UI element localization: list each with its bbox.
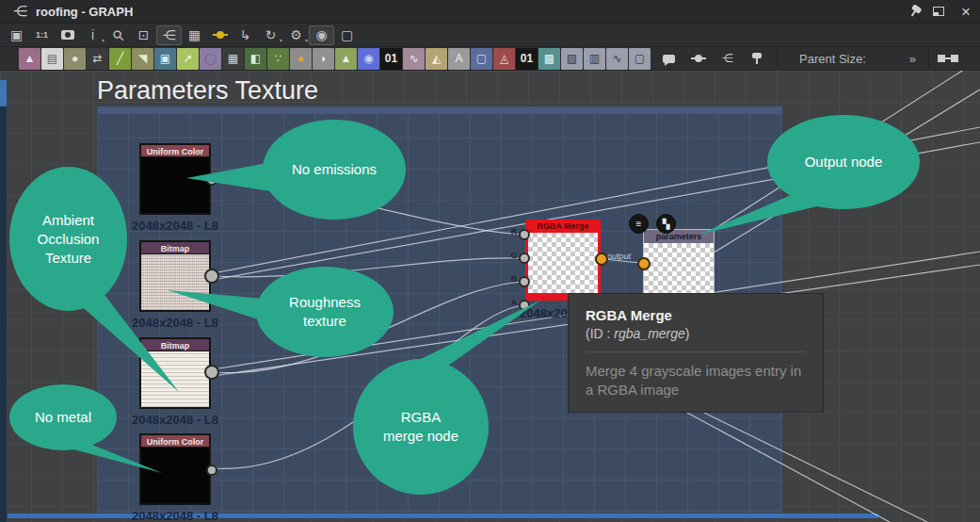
- node-uniform-color-1[interactable]: Uniform Color 2048x2048 - L8: [139, 143, 211, 215]
- make-it-tile-tile[interactable]: ▩: [538, 48, 560, 70]
- histogram-scan-tile[interactable]: ▲: [335, 48, 357, 70]
- node-thumbnail: [528, 233, 598, 293]
- caret-icon: ▾: [305, 37, 308, 43]
- curve-tile[interactable]: ╱: [109, 48, 131, 70]
- node-thumbnail: [644, 243, 714, 300]
- tools-button[interactable]: ⚙▾: [283, 25, 309, 45]
- connection-style-button[interactable]: ↳: [233, 25, 258, 45]
- scene-tile[interactable]: ∵: [267, 48, 289, 70]
- input-dot-a[interactable]: [519, 300, 530, 311]
- empty-square-tile[interactable]: ▢: [629, 48, 651, 70]
- node-toolbar-tiles: ▲▤●⇄╱◥▣↗◯▦◧∵●◗▲◉01∿◭A▢◬01▩▨▥∿▢⋲: [19, 47, 768, 70]
- parent-size-label: Parent Size:: [799, 52, 866, 66]
- text-tile[interactable]: A: [448, 48, 470, 70]
- node-bitmap-2[interactable]: Bitmap 2048x2048 - L8: [139, 337, 211, 409]
- svg-tile[interactable]: ▤: [41, 48, 63, 70]
- show-connections-button[interactable]: [207, 25, 233, 45]
- height-output-tile[interactable]: ◧: [245, 48, 266, 70]
- frame-header-strip[interactable]: [97, 106, 782, 114]
- graph-link-tile[interactable]: ⋲: [716, 48, 738, 70]
- frame-snap-button[interactable]: ▢: [334, 25, 360, 45]
- zoom-actual-button[interactable]: 1:1: [29, 25, 55, 45]
- blend-tile[interactable]: ●: [290, 48, 312, 70]
- output-dot[interactable]: [204, 269, 219, 284]
- hsl-tile[interactable]: ◉: [358, 48, 379, 70]
- node-header: Uniform Color: [139, 433, 211, 447]
- node-output-parameters[interactable]: parameters: [643, 229, 715, 301]
- compute-timings-button[interactable]: ↻▾: [258, 25, 283, 45]
- svg-icon: ▤: [47, 53, 57, 64]
- graph-mode-button[interactable]: ⋲: [156, 25, 182, 45]
- connection-style-icon: ↳: [240, 28, 251, 41]
- output-dot[interactable]: [595, 253, 608, 266]
- quantize-tile[interactable]: 01: [516, 48, 538, 70]
- bubble-text: No emissions: [292, 160, 377, 179]
- usage-doc-icon: ≡: [629, 214, 649, 234]
- input-dot-r[interactable]: [519, 229, 530, 240]
- crop-tile[interactable]: ▢: [471, 48, 492, 70]
- titlebar[interactable]: ⋲ roofing - GRAPH ×: [0, 0, 980, 24]
- caret-icon: ▾: [280, 37, 282, 43]
- transform-icon: ▣: [160, 53, 170, 64]
- input-dot-b[interactable]: [519, 276, 530, 287]
- left-frame-edge-top: [0, 80, 7, 106]
- main-toolbar: ▣1:1i▾⚲⊡⋲▦↳↻▾⚙▾◉▢: [0, 24, 980, 47]
- tile-generator-tile[interactable]: ▦: [222, 48, 244, 70]
- text-icon: A: [455, 53, 462, 64]
- caret-icon: ▾: [102, 37, 104, 43]
- curve-dot-tile[interactable]: ∿: [606, 48, 628, 70]
- node-header: RGBA Merge: [528, 220, 598, 233]
- link-display-button[interactable]: ⊡: [131, 25, 156, 45]
- output-dot[interactable]: [206, 174, 217, 186]
- pin-tile[interactable]: [746, 48, 767, 70]
- tooltip-id-value: rgba_merge: [614, 326, 685, 341]
- height-output-icon: ◧: [250, 53, 261, 64]
- output-dot[interactable]: [204, 365, 219, 380]
- node-reference-tile[interactable]: ▨: [561, 48, 583, 70]
- info-button[interactable]: i▾: [80, 25, 105, 45]
- graph-canvas[interactable]: Parameters Texture Uniform Colo: [0, 71, 980, 522]
- sphere-tile[interactable]: ◯: [200, 48, 221, 70]
- search-button[interactable]: ⚲: [105, 25, 131, 45]
- gradient-dynamic-tile[interactable]: ◬: [493, 48, 515, 70]
- graph-icon: ⋲: [13, 3, 27, 20]
- gradient-square-tile[interactable]: ▥: [584, 48, 605, 70]
- drop-warp-tile[interactable]: ◥: [132, 48, 153, 70]
- layers-button[interactable]: ▦: [182, 25, 207, 45]
- mirror-tile[interactable]: ◭: [426, 48, 447, 70]
- parent-size-expand-button[interactable]: »: [909, 52, 916, 66]
- comment-tile[interactable]: [658, 48, 680, 70]
- node-header: parameters: [644, 230, 714, 243]
- node-uniform-color-2[interactable]: Uniform Color 2048x2048 - L8: [139, 433, 211, 505]
- close-icon[interactable]: ×: [961, 4, 971, 20]
- gradient-map-tile[interactable]: 01: [380, 48, 402, 70]
- node-rgba-merge[interactable]: RGBA Merge R G B A 2048x2048 - L8: [525, 220, 601, 301]
- input-dot[interactable]: [637, 257, 651, 270]
- fit-view-button[interactable]: ▣: [4, 25, 29, 45]
- node-bitmap-1[interactable]: Bitmap 2048x2048 - L8: [139, 240, 211, 312]
- tooltip-id-suffix: ): [685, 326, 690, 341]
- shuffle-tile[interactable]: ⇄: [87, 48, 108, 70]
- curve-node-tile[interactable]: ∿: [403, 48, 425, 70]
- waterdrop-tile[interactable]: ●: [64, 48, 86, 70]
- input-dot-g[interactable]: [519, 253, 530, 264]
- tooltip-description: Merge 4 grayscale images entry in a RGBA…: [586, 362, 806, 400]
- tooltip-title: RGBA Merge: [586, 307, 806, 323]
- preview-button[interactable]: ◉: [309, 25, 334, 45]
- restore-icon[interactable]: [933, 7, 944, 16]
- screenshot-button[interactable]: [55, 25, 80, 45]
- transform-tile[interactable]: ▣: [154, 48, 176, 70]
- output-dot[interactable]: [206, 465, 217, 476]
- link-size-icon[interactable]: [938, 54, 958, 63]
- dot-link-tile[interactable]: [687, 48, 709, 70]
- comment-icon: [663, 55, 675, 63]
- directional-warp-icon: ↗: [183, 53, 192, 64]
- levels-tile[interactable]: ◗: [313, 48, 334, 70]
- levels-icon: ◗: [320, 53, 327, 64]
- make-it-tile-icon: ▩: [544, 53, 554, 64]
- bitmap-tile[interactable]: ▲: [19, 48, 40, 70]
- waterdrop-icon: ●: [72, 53, 78, 64]
- pin-icon[interactable]: [911, 7, 920, 17]
- directional-warp-tile[interactable]: ↗: [177, 48, 199, 70]
- input-label-g: G: [509, 251, 519, 260]
